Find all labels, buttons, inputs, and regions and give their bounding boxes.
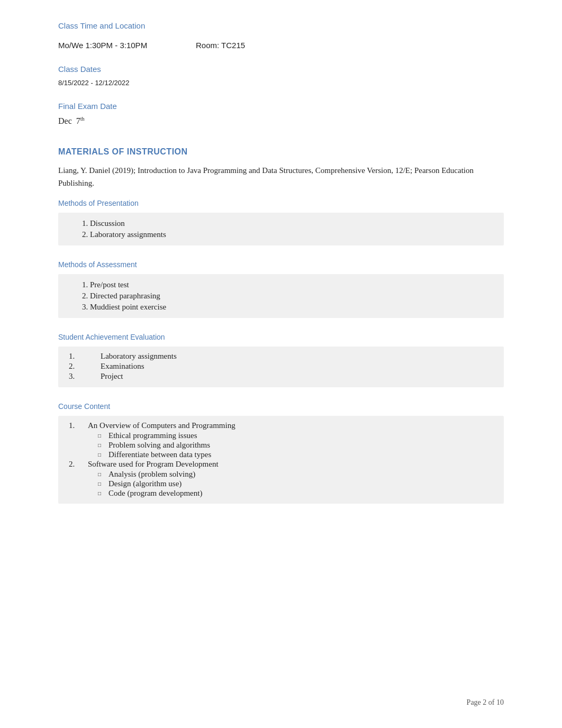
methods-presentation-list: Discussion Laboratory assignments [58,213,504,245]
class-schedule: Mo/We 1:30PM - 3:10PM [58,41,196,50]
course-content-subitems-1: □ Ethical programming issues □ Problem s… [98,431,488,459]
list-item: 3. Project [69,372,488,381]
list-item: □ Design (algorithm use) [98,479,488,488]
final-exam-heading: Final Exam Date [58,102,504,111]
list-item: Muddiest point exercise [90,302,488,313]
methods-presentation-heading: Methods of Presentation [58,199,504,207]
course-content-heading: Course Content [58,402,504,411]
list-item: 1. An Overview of Computers and Programm… [69,421,488,430]
list-item: 2. Examinations [69,362,488,371]
materials-text: Liang, Y. Daniel (2019); Introduction to… [58,164,504,189]
list-item: □ Analysis (problem solving) [98,470,488,479]
materials-heading: MATERIALS OF INSTRUCTION [58,147,504,157]
list-item: Directed paraphrasing [90,290,488,302]
list-item: Pre/post test [90,279,488,290]
class-room: Room: TC215 [196,41,245,50]
class-dates-heading: Class Dates [58,65,504,74]
course-content-subitems-2: □ Analysis (problem solving) □ Design (a… [98,470,488,498]
list-item: □ Problem solving and algorithms [98,441,488,450]
class-time-location-heading: Class Time and Location [58,21,504,30]
methods-assessment-heading: Methods of Assessment [58,260,504,269]
final-exam-date: Dec 7th [58,116,504,126]
list-item: 2. Software used for Program Development [69,460,488,469]
student-achievement-list: 1. Laboratory assignments 2. Examination… [58,347,504,387]
list-item: □ Ethical programming issues [98,431,488,440]
list-item: Discussion [90,218,488,229]
list-item: □ Code (program development) [98,489,488,498]
list-item: Laboratory assignments [90,229,488,240]
student-achievement-heading: Student Achievement Evaluation [58,333,504,341]
list-item: 1. Laboratory assignments [69,352,488,361]
course-content-list: 1. An Overview of Computers and Programm… [58,416,504,504]
page-number: Page 2 of 10 [467,698,504,707]
list-item: □ Differentiate between data types [98,450,488,459]
class-dates-range: 8/15/2022 - 12/12/2022 [58,79,504,87]
methods-assessment-list: Pre/post test Directed paraphrasing Mudd… [58,274,504,318]
